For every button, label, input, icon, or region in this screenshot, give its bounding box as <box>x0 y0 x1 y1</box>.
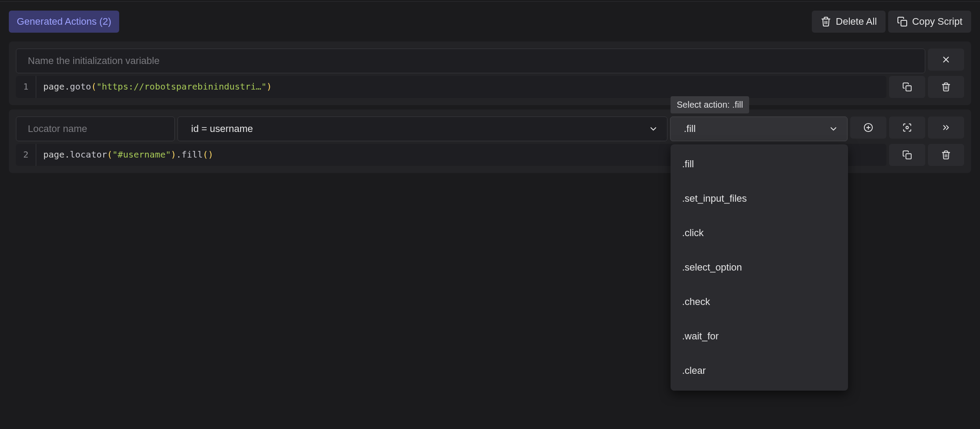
action-panel-1: 1 page.goto("https://robotsparebinindust… <box>9 41 971 105</box>
svg-rect-8 <box>906 154 911 159</box>
action-option-check[interactable]: .check <box>673 285 845 319</box>
action-option-fill[interactable]: .fill <box>673 147 845 181</box>
svg-rect-0 <box>901 20 907 26</box>
chevron-down-icon <box>829 124 838 134</box>
trash-icon <box>821 16 831 27</box>
action-option-clear[interactable]: .clear <box>673 354 845 388</box>
add-action-button[interactable] <box>850 117 886 139</box>
action-option-set-input-files[interactable]: .set_input_files <box>673 181 845 216</box>
scan-icon <box>902 123 912 132</box>
action-value: .fill <box>684 123 696 135</box>
chevrons-right-icon <box>941 123 951 132</box>
copy-icon <box>902 150 912 160</box>
copy-script-label: Copy Script <box>912 16 962 27</box>
chevron-down-icon <box>648 124 658 134</box>
copy-script-button[interactable]: Copy Script <box>888 11 971 33</box>
plus-circle-icon <box>863 123 873 132</box>
generated-actions-tab[interactable]: Generated Actions (2) <box>9 11 119 33</box>
target-button[interactable] <box>889 117 925 139</box>
copy-icon <box>902 82 912 92</box>
code-text: page.locator("#username").fill() <box>36 144 220 166</box>
copy-icon <box>897 16 908 27</box>
action-option-select-option[interactable]: .select_option <box>673 250 845 285</box>
action-panel-2: id = username Select action: .fill .fill… <box>9 109 971 173</box>
action-select[interactable]: Select action: .fill .fill .fill .set_in… <box>670 117 848 141</box>
code-line-1: 1 page.goto("https://robotsparebinindust… <box>16 76 886 98</box>
svg-point-7 <box>906 126 908 129</box>
expand-button[interactable] <box>928 117 964 139</box>
code-text: page.goto("https://robotsparebinindustri… <box>36 76 279 98</box>
action-option-click[interactable]: .click <box>673 216 845 250</box>
trash-icon <box>941 82 951 92</box>
header-row: Generated Actions (2) Delete All Copy Sc… <box>9 11 971 33</box>
action-tooltip: Select action: .fill <box>671 96 749 113</box>
delete-all-label: Delete All <box>836 16 877 27</box>
copy-line-button[interactable] <box>889 76 925 98</box>
trash-icon <box>941 150 951 160</box>
svg-rect-3 <box>906 86 911 91</box>
line-number: 1 <box>16 76 36 98</box>
action-option-wait-for[interactable]: .wait_for <box>673 319 845 354</box>
close-icon <box>941 55 951 64</box>
delete-line-button[interactable] <box>928 144 964 166</box>
delete-all-button[interactable]: Delete All <box>812 11 886 33</box>
action-dropdown: .fill .set_input_files .click .select_op… <box>671 144 848 391</box>
selector-value: id = username <box>191 123 253 135</box>
delete-line-button[interactable] <box>928 76 964 98</box>
line-number: 2 <box>16 144 36 166</box>
copy-line-button[interactable] <box>889 144 925 166</box>
init-variable-name-input[interactable] <box>16 49 925 73</box>
selector-dropdown[interactable]: id = username <box>177 117 667 141</box>
close-panel-button[interactable] <box>928 49 964 71</box>
locator-name-input[interactable] <box>16 117 175 141</box>
